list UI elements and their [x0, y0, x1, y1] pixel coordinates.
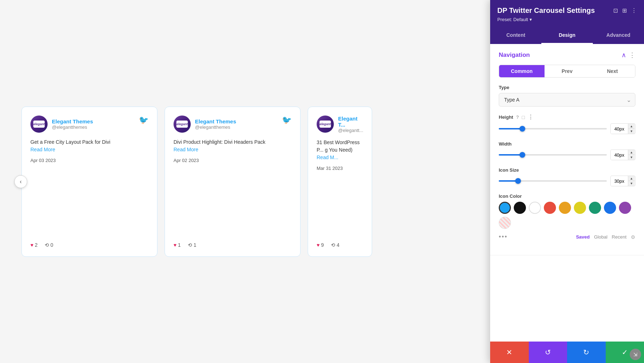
swatch-blue[interactable]	[499, 202, 511, 214]
icon-size-input[interactable]	[611, 176, 628, 186]
tab-design[interactable]: Design	[541, 27, 592, 44]
height-label: Height ? □ ⋮	[499, 114, 635, 121]
target-icon[interactable]: ⊡	[613, 7, 618, 14]
swatch-striped[interactable]	[499, 217, 511, 229]
redo-button[interactable]: ↻	[567, 342, 606, 363]
avatar-3: elegant	[317, 116, 334, 133]
color-tab-global[interactable]: Global	[594, 234, 608, 240]
tweet-cards-container: ‹ elegant Elegant Themes @elegantthemes …	[21, 107, 372, 257]
author-text-3: Elegant T... @elegantt...	[338, 116, 363, 133]
twitter-icon-1: 🐦	[139, 116, 148, 125]
author-handle-2: @elegantthemes	[195, 124, 236, 130]
height-help-icon[interactable]: ?	[516, 114, 519, 120]
tweet-card-2: elegant Elegant Themes @elegantthemes 🐦 …	[165, 107, 301, 257]
icon-size-slider-row: ▲ ▼	[499, 176, 635, 186]
panel-body: Navigation ∧ ⋮ Common Prev Next Type	[490, 44, 644, 342]
collapse-icon[interactable]: ∧	[621, 51, 626, 59]
tweet-actions-3: ♥ 9 ⟲ 4	[317, 242, 363, 248]
cancel-icon: ✕	[506, 348, 512, 357]
swatch-white[interactable]	[529, 202, 541, 214]
width-slider-row: ▲ ▼	[499, 149, 635, 160]
tweet-date-3: Mar 31 2023	[317, 166, 363, 171]
share-icon-3: ⟲	[331, 242, 335, 248]
settings-panel: DP Twitter Carousel Settings ⊡ ⊞ ⋮ Prese…	[490, 0, 644, 363]
type-select[interactable]: Type A Type B Type C	[499, 93, 635, 107]
tweet-date-2: Apr 02 2023	[174, 158, 292, 163]
tweet-actions-1: ♥ 2 ⟲ 0	[30, 242, 148, 248]
icon-color-label: Icon Color	[499, 193, 635, 199]
swatch-black[interactable]	[514, 202, 526, 214]
author-name-3: Elegant T...	[338, 116, 363, 128]
width-decrement[interactable]: ▼	[628, 155, 635, 160]
read-more-1[interactable]: Read More	[30, 147, 55, 152]
undo-icon: ↺	[545, 348, 551, 357]
height-input[interactable]	[611, 124, 628, 134]
author-name-2: Elegant Themes	[195, 118, 236, 124]
swatch-yellow[interactable]	[574, 202, 586, 214]
more-swatches-icon[interactable]: •••	[499, 233, 508, 241]
icon-size-label: Icon Size	[499, 167, 635, 173]
swatch-blue2[interactable]	[604, 202, 616, 214]
tweet-actions-2: ♥ 1 ⟲ 1	[174, 242, 292, 248]
swatch-orange[interactable]	[559, 202, 571, 214]
read-more-2[interactable]: Read More	[174, 147, 198, 152]
chevron-left-icon: ‹	[20, 178, 21, 185]
grid-icon[interactable]: ⊞	[622, 7, 627, 14]
section-more-icon[interactable]: ⋮	[629, 51, 635, 59]
panel-preset[interactable]: Preset: Default ▾	[497, 17, 637, 22]
redo-icon: ↻	[583, 348, 589, 357]
likes-1: ♥ 2	[30, 242, 38, 248]
sub-tabs: Common Prev Next	[499, 65, 635, 78]
more-options-icon[interactable]: ⋮	[631, 7, 637, 14]
color-settings-icon[interactable]: ⚙	[631, 234, 635, 240]
tweet-content-1: Get a Free City Layout Pack for Divi Rea…	[30, 138, 148, 153]
width-field: Width ▲ ▼	[499, 141, 635, 160]
sub-tab-next[interactable]: Next	[590, 65, 635, 77]
undo-button[interactable]: ↺	[529, 342, 567, 363]
sub-tab-common[interactable]: Common	[499, 65, 545, 77]
swatch-green[interactable]	[589, 202, 601, 214]
height-slider-thumb[interactable]	[519, 126, 525, 132]
swatch-purple[interactable]	[619, 202, 631, 214]
icon-size-decrement[interactable]: ▼	[628, 181, 635, 186]
shares-1: ⟲ 0	[45, 242, 53, 248]
width-value: ▲ ▼	[610, 149, 635, 160]
icon-size-slider-track[interactable]	[499, 180, 607, 182]
height-slider-fill	[499, 128, 522, 129]
height-decrement[interactable]: ▼	[628, 129, 635, 134]
icon-size-slider-thumb[interactable]	[515, 178, 521, 184]
color-swatches	[499, 202, 635, 229]
height-more-icon[interactable]: ⋮	[528, 114, 533, 121]
width-input[interactable]	[611, 150, 628, 160]
tab-advanced[interactable]: Advanced	[593, 27, 644, 44]
confirm-icon: ✓	[622, 348, 628, 357]
author-name-1: Elegant Themes	[52, 118, 93, 124]
heart-icon-2: ♥	[174, 242, 176, 248]
card-header-3: elegant Elegant T... @elegantt...	[317, 116, 363, 133]
height-slider-row: ▲ ▼	[499, 123, 635, 134]
nav-prev-button[interactable]: ‹	[14, 175, 27, 188]
width-increment[interactable]: ▲	[628, 150, 635, 155]
color-tab-saved[interactable]: Saved	[576, 234, 590, 240]
author-info-2: elegant Elegant Themes @elegantthemes	[174, 116, 236, 133]
author-handle-1: @elegantthemes	[52, 124, 93, 130]
width-label: Width	[499, 141, 635, 147]
swatch-red[interactable]	[544, 202, 556, 214]
width-slider-track[interactable]	[499, 154, 607, 156]
icon-size-increment[interactable]: ▲	[628, 176, 635, 181]
color-tab-recent[interactable]: Recent	[612, 234, 626, 240]
height-stepper: ▲ ▼	[628, 124, 635, 134]
height-increment[interactable]: ▲	[628, 124, 635, 129]
drag-handle[interactable]: ⇲	[630, 349, 641, 360]
height-slider-track[interactable]	[499, 128, 607, 129]
read-more-3[interactable]: Read M...	[317, 154, 338, 160]
height-value: ▲ ▼	[610, 123, 635, 134]
width-slider-thumb[interactable]	[519, 152, 525, 158]
tab-content[interactable]: Content	[490, 27, 541, 44]
width-stepper: ▲ ▼	[628, 150, 635, 160]
shares-3: ⟲ 4	[331, 242, 340, 248]
cancel-button[interactable]: ✕	[490, 342, 529, 363]
action-bar: ✕ ↺ ↻ ✓	[490, 342, 644, 363]
height-device-icon[interactable]: □	[522, 114, 525, 120]
sub-tab-prev[interactable]: Prev	[545, 65, 590, 77]
